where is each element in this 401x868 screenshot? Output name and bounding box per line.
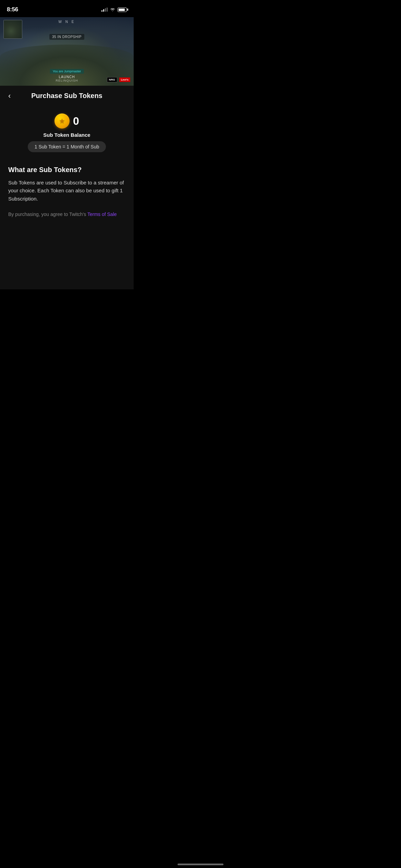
balance-label: Sub Token Balance	[43, 132, 90, 138]
main-content: ‹ Purchase Sub Tokens ★ 0 Sub Token Bala…	[0, 86, 134, 289]
info-title: What are Sub Tokens?	[8, 166, 125, 174]
status-icons	[101, 8, 127, 12]
token-count: 0	[73, 115, 79, 128]
relinquish-text: RELINQUISH	[50, 79, 84, 82]
nav-header: ‹ Purchase Sub Tokens	[0, 86, 134, 103]
status-time: 8:56	[7, 6, 18, 13]
wifi-icon	[110, 8, 116, 12]
game-overlay-top: W N E 35 IN DROPSHIP	[49, 20, 84, 40]
levis-logo: Levi's	[119, 77, 130, 82]
balance-section: ★ 0 Sub Token Balance 1 Sub Token = 1 Mo…	[0, 103, 134, 159]
game-hud: You are Jumpmaster LAUNCH RELINQUISH	[50, 69, 84, 82]
info-description: Sub Tokens are used to Subscribe to a st…	[8, 179, 125, 203]
token-info-badge: 1 Sub Token = 1 Month of Sub	[28, 141, 106, 152]
brand-logos: NRG Levi's	[107, 77, 130, 82]
star-icon: ★	[59, 117, 65, 125]
info-section: What are Sub Tokens? Sub Tokens are used…	[0, 159, 134, 225]
token-coin-icon: ★	[54, 113, 70, 129]
minimap	[3, 20, 22, 39]
token-balance-row: ★ 0	[54, 113, 79, 129]
signal-icon	[101, 8, 108, 12]
status-bar: 8:56	[0, 0, 134, 17]
terms-text: By purchasing, you agree to Twitch's Ter…	[8, 211, 125, 218]
compass: W N E	[49, 20, 84, 24]
nrg-logo: NRG	[107, 77, 117, 82]
jumpmaster-text: You are Jumpmaster	[50, 69, 84, 74]
battery-icon	[118, 8, 127, 12]
launch-text: LAUNCH	[50, 75, 84, 79]
back-button[interactable]: ‹	[7, 90, 12, 102]
terms-prefix: By purchasing, you agree to Twitch's	[8, 212, 87, 217]
game-banner: W N E 35 IN DROPSHIP You are Jumpmaster …	[0, 17, 134, 86]
dropship-text: 35 IN DROPSHIP	[49, 34, 84, 40]
terms-link[interactable]: Terms of Sale	[87, 212, 117, 217]
page-title: Purchase Sub Tokens	[31, 92, 102, 100]
